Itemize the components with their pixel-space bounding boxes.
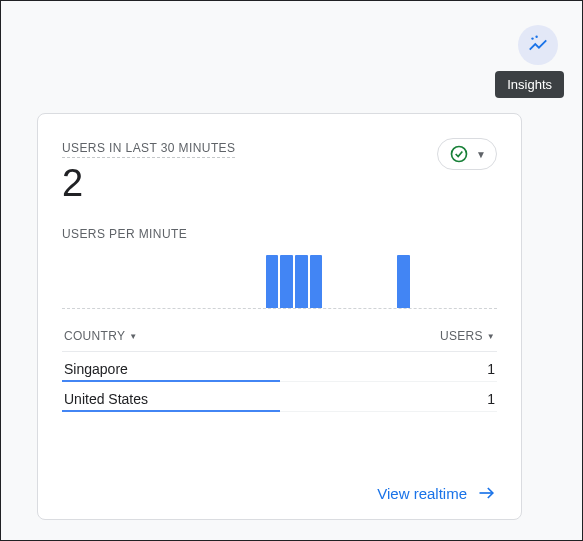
insights-button[interactable] [518,25,558,65]
users-per-minute-chart [62,255,497,309]
chart-bar [266,255,279,308]
svg-point-1 [535,36,537,38]
view-realtime-link[interactable]: View realtime [377,469,497,503]
chevron-down-icon: ▼ [476,149,486,160]
users-30-value: 2 [62,162,437,205]
users-header-label: USERS [440,329,483,343]
users-30-block: USERS IN LAST 30 MINUTES 2 [62,138,437,205]
country-cell: United States [64,391,148,407]
app-frame: Insights USERS IN LAST 30 MINUTES 2 ▼ US… [0,0,583,541]
arrow-right-icon [477,483,497,503]
chart-bar [280,255,293,308]
data-quality-dropdown[interactable]: ▼ [437,138,497,170]
users-30-label: USERS IN LAST 30 MINUTES [62,141,235,158]
country-cell: Singapore [64,361,128,377]
country-table-body: Singapore1United States1 [62,352,497,412]
users-cell: 1 [487,391,495,407]
realtime-card: USERS IN LAST 30 MINUTES 2 ▼ USERS PER M… [37,113,522,520]
chevron-down-icon: ▼ [487,332,495,341]
users-per-minute-label: USERS PER MINUTE [62,227,497,241]
svg-point-2 [452,147,467,162]
svg-point-0 [531,37,533,39]
view-realtime-label: View realtime [377,485,467,502]
insights-icon [527,34,549,56]
country-table-header: COUNTRY ▼ USERS ▼ [62,329,497,352]
check-circle-icon [448,143,470,165]
users-cell: 1 [487,361,495,377]
insights-tooltip: Insights [495,71,564,98]
row-bar [62,410,280,412]
card-header: USERS IN LAST 30 MINUTES 2 ▼ [62,138,497,205]
chart-bar [397,255,410,308]
chevron-down-icon: ▼ [129,332,137,341]
country-column-header[interactable]: COUNTRY ▼ [64,329,137,343]
country-header-label: COUNTRY [64,329,125,343]
table-row: United States1 [62,382,497,412]
chart-bar [295,255,308,308]
chart-bar [310,255,323,308]
table-row: Singapore1 [62,352,497,382]
users-column-header[interactable]: USERS ▼ [440,329,495,343]
